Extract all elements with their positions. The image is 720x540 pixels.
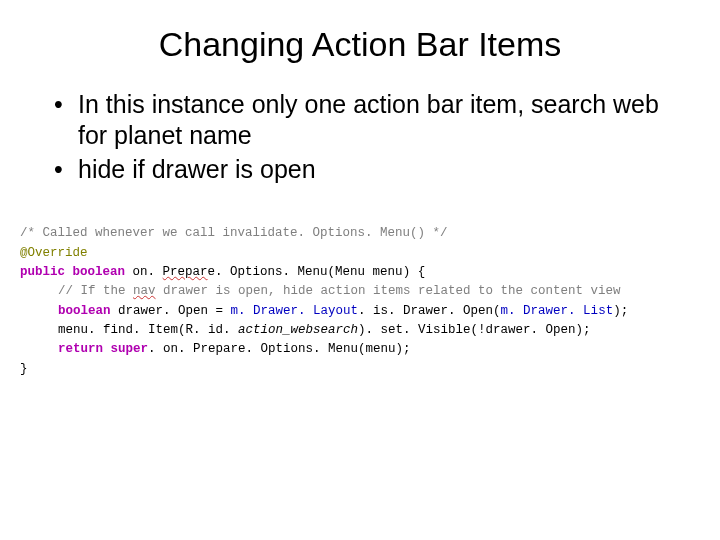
code-text: . is. Drawer. Open(: [358, 304, 501, 318]
code-annotation: @Override: [20, 246, 88, 260]
bullet-list: In this instance only one action bar ite…: [50, 89, 670, 185]
code-brace: }: [20, 362, 28, 376]
code-comment: drawer is open, hide action items relate…: [156, 284, 621, 298]
code-squiggle: nav: [133, 284, 156, 298]
code-text: e. Options. Menu(Menu menu) {: [208, 265, 426, 279]
code-text: on.: [133, 265, 163, 279]
code-field: m. Drawer. List: [501, 304, 614, 318]
code-block: /* Called whenever we call invalidate. O…: [20, 205, 670, 379]
bullet-item-1: In this instance only one action bar ite…: [50, 89, 670, 152]
code-text: . on. Prepare. Options. Menu(menu);: [148, 342, 411, 356]
code-keyword-return: return: [58, 342, 103, 356]
code-keyword-boolean: boolean: [73, 265, 126, 279]
code-keyword-boolean: boolean: [58, 304, 111, 318]
code-keyword-public: public: [20, 265, 65, 279]
code-squiggle: Prepar: [163, 265, 208, 279]
code-comment: /* Called whenever we call invalidate. O…: [20, 226, 448, 240]
slide-title: Changing Action Bar Items: [50, 25, 670, 64]
code-text: ). set. Visible(!drawer. Open);: [358, 323, 591, 337]
code-text: drawer. Open =: [111, 304, 231, 318]
bullet-item-2: hide if drawer is open: [50, 154, 670, 185]
code-text: menu. find. Item(R. id.: [58, 323, 238, 337]
code-static: action_websearch: [238, 323, 358, 337]
code-field: m. Drawer. Layout: [231, 304, 359, 318]
code-text: );: [613, 304, 628, 318]
code-comment: // If the: [58, 284, 133, 298]
code-keyword-super: super: [111, 342, 149, 356]
